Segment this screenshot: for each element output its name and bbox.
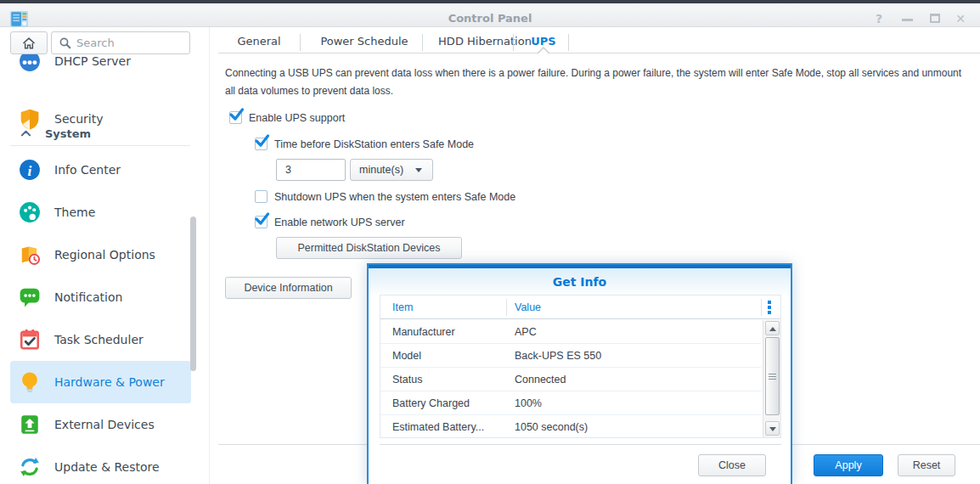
- sidebar-item-label: Regional Options: [54, 248, 155, 262]
- network-ups-label: Enable network UPS server: [274, 217, 405, 228]
- sidebar-section-system[interactable]: System: [10, 121, 191, 146]
- sidebar-item-label: External Devices: [54, 418, 155, 431]
- lightbulb-icon: [19, 371, 41, 393]
- shutdown-ups-label: Shutdown UPS when the system enters Safe…: [274, 191, 515, 203]
- scrollbar-grip: [769, 374, 776, 381]
- column-menu-icon[interactable]: [768, 301, 771, 316]
- tab-hdd-hibernation[interactable]: HDD Hibernation: [434, 31, 536, 53]
- device-information-button[interactable]: Device Information: [225, 277, 352, 299]
- sidebar-content-divider: [209, 27, 210, 484]
- search-icon: [59, 37, 71, 49]
- help-icon[interactable]: ?: [870, 12, 887, 25]
- tab-separator: [300, 34, 301, 51]
- close-button[interactable]: Close: [698, 454, 766, 476]
- checkmark-icon: [254, 133, 269, 149]
- sidebar-item-update-restore[interactable]: Update & Restore: [10, 446, 191, 484]
- home-icon: [21, 37, 37, 50]
- palette-icon: [19, 201, 41, 223]
- tab-general[interactable]: General: [230, 31, 288, 53]
- sidebar-item-external-devices[interactable]: External Devices: [10, 403, 191, 446]
- enable-ups-checkbox[interactable]: [229, 111, 242, 124]
- search-input[interactable]: [76, 37, 178, 49]
- window-titlebar: Control Panel ? ✕: [0, 3, 980, 27]
- sidebar-item-notification[interactable]: Notification: [10, 276, 191, 318]
- safe-mode-time-checkbox[interactable]: [255, 138, 268, 150]
- chevron-up-icon: [20, 128, 31, 139]
- home-button[interactable]: [10, 31, 48, 54]
- close-window-icon[interactable]: ✕: [952, 12, 969, 25]
- apply-button[interactable]: Apply: [814, 454, 883, 476]
- ups-info-table: Item Value Manufacturer APC Model Back-U…: [380, 295, 781, 438]
- tab-separator: [422, 34, 423, 51]
- table-row[interactable]: Status Connected: [380, 368, 761, 391]
- sidebar-item-label: Theme: [54, 205, 95, 219]
- sidebar-item-theme[interactable]: Theme: [10, 191, 191, 234]
- maximize-icon[interactable]: [926, 12, 943, 25]
- chevron-down-icon: [415, 168, 422, 172]
- table-row[interactable]: Manufacturer APC: [380, 320, 761, 344]
- sidebar: DHCP Server Security System i Info Cente…: [0, 27, 210, 484]
- row-value: Back-UPS ES 550: [515, 344, 601, 368]
- row-item: Estimated Battery...: [392, 415, 503, 439]
- tab-separator: [513, 34, 514, 51]
- checkmark-icon: [254, 211, 269, 227]
- usb-drive-icon: [19, 414, 41, 436]
- sidebar-item-task-scheduler[interactable]: Task Scheduler: [10, 318, 191, 361]
- sidebar-item-info-center[interactable]: i Info Center: [10, 149, 191, 191]
- calendar-check-icon: [19, 329, 41, 351]
- permitted-diskstation-devices-button[interactable]: Permitted DiskStation Devices: [276, 237, 462, 259]
- table-row[interactable]: Estimated Battery... 1050 second(s): [380, 415, 761, 439]
- scroll-down-icon[interactable]: [765, 421, 780, 436]
- safe-mode-minutes-input[interactable]: [276, 159, 346, 181]
- column-divider: [761, 299, 762, 316]
- network-ups-checkbox[interactable]: [255, 216, 268, 228]
- sidebar-scrollbar[interactable]: [190, 217, 196, 371]
- scrollbar-thumb[interactable]: [765, 337, 780, 415]
- sidebar-item-label: Task Scheduler: [54, 333, 144, 346]
- sidebar-item-label: Info Center: [54, 163, 121, 177]
- tab-bar-divider: [218, 53, 980, 53]
- scroll-up-icon[interactable]: [765, 321, 780, 335]
- column-header-item[interactable]: Item: [392, 295, 413, 319]
- table-row[interactable]: Battery Charged 100%: [380, 391, 761, 415]
- get-info-dialog: Get Info Item Value Manufacturer APC Mod…: [367, 263, 792, 484]
- shutdown-ups-checkbox[interactable]: [255, 190, 268, 203]
- reset-button[interactable]: Reset: [898, 454, 955, 476]
- sidebar-item-regional-options[interactable]: Regional Options: [10, 234, 191, 276]
- table-header-row: Item Value: [380, 295, 780, 319]
- sidebar-item-hardware-power[interactable]: Hardware & Power: [10, 361, 191, 403]
- sidebar-item-label: Notification: [54, 290, 122, 304]
- refresh-arrows-icon: [19, 456, 41, 478]
- row-item: Status: [392, 368, 503, 391]
- ups-description: Connecting a USB UPS can prevent data lo…: [225, 65, 972, 100]
- safe-mode-time-label: Time before DiskStation enters Safe Mode: [274, 138, 474, 150]
- column-header-value[interactable]: Value: [515, 295, 541, 319]
- row-value: 1050 second(s): [515, 415, 588, 439]
- row-value: 100%: [515, 391, 542, 415]
- dialog-title: Get Info: [369, 275, 791, 289]
- row-value: APC: [515, 320, 537, 344]
- dialog-footer-divider: [380, 444, 781, 445]
- tab-power-schedule[interactable]: Power Schedule: [312, 31, 417, 53]
- window-title: Control Panel: [0, 12, 980, 25]
- sidebar-section-label: System: [45, 127, 91, 140]
- row-value: Connected: [515, 368, 566, 391]
- speech-bubble-icon: [19, 286, 41, 308]
- sidebar-item-label: Hardware & Power: [54, 375, 165, 389]
- time-unit-dropdown[interactable]: minute(s): [350, 159, 433, 181]
- map-clock-icon: [19, 244, 41, 266]
- sidebar-item-list: DHCP Server Security System i Info Cente…: [0, 49, 204, 484]
- section-divider: [10, 145, 190, 146]
- row-item: Manufacturer: [392, 320, 503, 344]
- tab-separator: [568, 34, 569, 51]
- enable-ups-label: Enable UPS support: [249, 112, 345, 124]
- table-row[interactable]: Model Back-UPS ES 550: [380, 344, 761, 368]
- checkmark-icon: [228, 107, 244, 122]
- minimize-icon[interactable]: [898, 12, 915, 25]
- table-scrollbar[interactable]: [763, 320, 780, 437]
- row-item: Model: [392, 344, 503, 368]
- active-tab-caret-inner: [538, 48, 549, 53]
- search-box: [51, 31, 190, 54]
- column-divider: [506, 299, 507, 316]
- svg-text:i: i: [28, 163, 32, 179]
